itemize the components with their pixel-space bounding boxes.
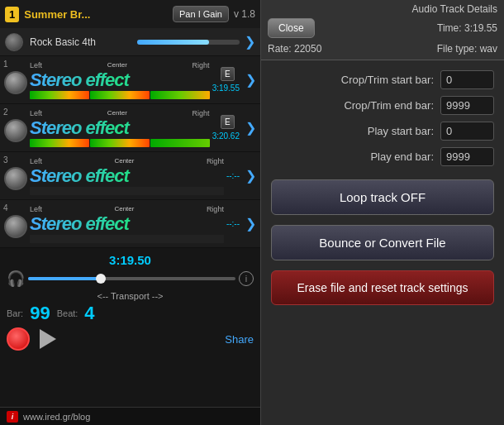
bottom-bar: i www.ired.gr/blog — [0, 407, 260, 425]
center-label-1: Center — [107, 61, 127, 69]
track-arrow-1[interactable]: ❯ — [245, 72, 256, 88]
erase-reset-button[interactable]: Erase file and reset track settings — [271, 270, 494, 305]
transport-label-row: <-- Transport --> — [7, 291, 254, 301]
fields-group: Crop/Trim start bar: Crop/Trim end bar: … — [271, 70, 494, 166]
meter-bar-1b — [90, 91, 150, 99]
play-end-label: Play end bar: — [370, 150, 434, 163]
track-stereo-labels-2: Left Center Right — [30, 109, 210, 117]
track-main-4: Left Center Right Stereo effect — [30, 203, 224, 245]
track-meters-2 — [30, 139, 210, 147]
rate-text: Rate: 22050 — [268, 43, 321, 55]
track-knob-4[interactable] — [4, 215, 27, 238]
field-row-play-start: Play start bar: — [271, 122, 494, 141]
master-row: Rock Basic 4th ❯ — [0, 28, 260, 56]
website-text: www.ired.gr/blog — [23, 412, 90, 422]
track-time-3: --:-- — [226, 171, 240, 180]
left-label-1: Left — [30, 61, 42, 69]
close-button[interactable]: Close — [268, 18, 315, 38]
time-label: Time: — [437, 22, 462, 34]
loop-track-button[interactable]: Loop track OFF — [271, 179, 494, 215]
bounce-convert-button[interactable]: Bounce or Convert File — [271, 225, 494, 260]
left-label-2: Left — [30, 109, 42, 117]
meter-bar-1a — [30, 91, 89, 99]
right-header-row1: Close Time: 3:19.55 — [268, 18, 497, 38]
track-arrow-4[interactable]: ❯ — [245, 216, 256, 232]
record-button[interactable] — [7, 327, 30, 351]
right-label-2: Right — [193, 109, 210, 117]
track-main-1: Left Center Right Stereo effect — [30, 59, 210, 101]
right-label-4: Right — [207, 205, 224, 213]
stereo-effect-text-1: Stereo effect — [30, 71, 210, 89]
pan-gain-button[interactable]: Pan I Gain — [173, 6, 229, 22]
transport-slider[interactable] — [28, 277, 235, 280]
meter-bar-4a — [30, 235, 224, 243]
beat-label: Beat: — [57, 308, 78, 318]
right-header: Audio Track Details Close Time: 3:19.55 … — [261, 0, 504, 60]
right-label-1: Right — [193, 61, 210, 69]
stereo-effect-text-2: Stereo effect — [30, 119, 210, 137]
track-main-3: Left Center Right Stereo effect — [30, 155, 224, 197]
controls-row: Share — [7, 327, 254, 351]
field-row-crop-start: Crop/Trim start bar: — [271, 70, 494, 89]
track-row: 1 Left Center Right Stereo effect E 3:19… — [0, 56, 260, 104]
play-end-input[interactable] — [440, 147, 494, 166]
crop-end-input[interactable] — [440, 96, 494, 115]
track-row-2: 2 Left Center Right Stereo effect E 3:20… — [0, 104, 260, 152]
track-stereo-labels-4: Left Center Right — [30, 205, 224, 213]
stereo-effect-text-3: Stereo effect — [30, 167, 224, 185]
meter-bar-3a — [30, 187, 224, 195]
track-stereo-labels-3: Left Center Right — [30, 157, 224, 165]
version-label: v 1.8 — [234, 8, 255, 20]
transport-slider-row: 🎧 i — [7, 270, 254, 288]
transport-area: 3:19.50 🎧 i <-- Transport --> Bar: 99 Be… — [0, 248, 260, 407]
track-knob-2[interactable] — [4, 119, 27, 142]
track-arrow-2[interactable]: ❯ — [245, 120, 256, 136]
track-time-4: --:-- — [226, 219, 240, 228]
master-fader[interactable] — [137, 40, 240, 45]
track-row-4: 4 Left Center Right Stereo effect --:-- … — [0, 200, 260, 248]
track-number-1: 1 — [3, 60, 8, 69]
master-knob[interactable] — [5, 33, 23, 51]
play-start-label: Play start bar: — [368, 125, 434, 137]
track-meters-4 — [30, 235, 224, 243]
crop-end-label: Crop/Trim end bar: — [344, 99, 434, 112]
track-e-button-1[interactable]: E — [221, 67, 235, 81]
play-button[interactable] — [40, 329, 56, 349]
track-knob-3[interactable] — [4, 167, 27, 190]
track-number-2: 2 — [3, 107, 8, 117]
track-arrow-3[interactable]: ❯ — [245, 168, 256, 184]
track-time-display: Time: 3:19.55 — [437, 22, 497, 34]
crop-start-input[interactable] — [440, 70, 494, 89]
meter-bar-2a — [30, 139, 89, 147]
bar-beat-row: Bar: 99 Beat: 4 — [7, 303, 254, 324]
right-label-3: Right — [207, 157, 224, 165]
play-start-input[interactable] — [440, 122, 494, 141]
track-number-4: 4 — [3, 203, 8, 212]
track-meters-3 — [30, 187, 224, 195]
meter-bar-2b — [90, 139, 150, 147]
left-label-4: Left — [30, 205, 42, 213]
bar-label: Bar: — [7, 308, 23, 318]
beat-value: 4 — [84, 303, 94, 324]
track-time-1: 3:19.55 — [212, 84, 240, 93]
top-bar: 1 Summer Br... Pan I Gain v 1.8 — [0, 0, 260, 28]
info-dot[interactable]: i — [7, 411, 18, 423]
track-number-3: 3 — [3, 155, 8, 165]
track-time-2: 3:20.62 — [212, 131, 240, 141]
field-row-play-end: Play end bar: — [271, 147, 494, 166]
track-e-button-2[interactable]: E — [221, 115, 235, 129]
bar-value: 99 — [30, 303, 50, 324]
share-button[interactable]: Share — [225, 333, 254, 346]
transport-label: <-- Transport --> — [97, 291, 163, 301]
track-knob-1[interactable] — [4, 71, 27, 94]
meter-bar-1c — [150, 91, 210, 99]
master-fader-fill — [137, 40, 209, 45]
master-arrow-icon[interactable]: ❯ — [245, 34, 255, 50]
right-panel: Audio Track Details Close Time: 3:19.55 … — [260, 0, 504, 425]
track-stereo-labels-1: Left Center Right — [30, 61, 210, 69]
track-number-badge: 1 — [5, 7, 19, 22]
crop-start-label: Crop/Trim start bar: — [341, 74, 434, 86]
song-title: Summer Br... — [24, 8, 168, 21]
info-icon[interactable]: i — [239, 271, 254, 286]
right-header-row2: Rate: 22050 File type: wav — [268, 41, 497, 58]
